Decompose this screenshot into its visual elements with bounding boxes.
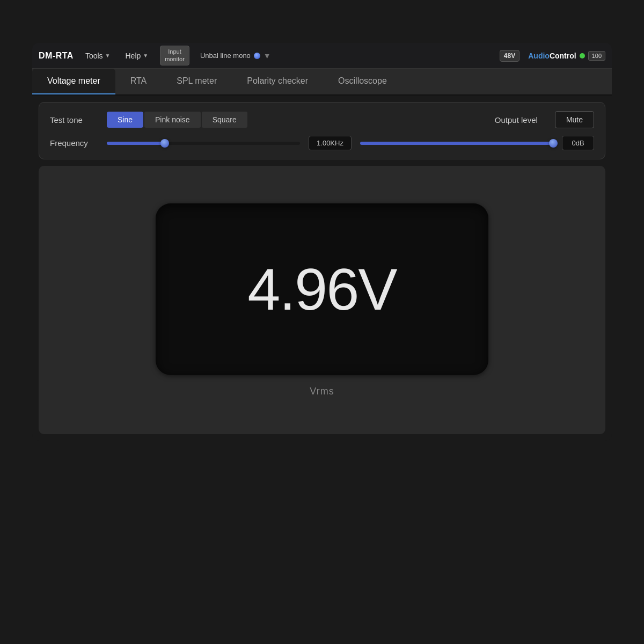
input-dot-icon [254,53,260,59]
help-label: Help [126,52,141,60]
level-slider-container [360,142,553,145]
tab-spl-meter[interactable]: SPL meter [162,69,232,94]
frequency-row: Frequency 1.00KHz 0dB [50,136,594,150]
frequency-value-display: 1.00KHz [309,136,352,150]
frequency-slider-track[interactable] [107,142,300,145]
tools-menu[interactable]: Tools ▼ [82,49,114,62]
tab-voltage-meter[interactable]: Voltage meter [32,69,115,94]
level-badge: 100 [588,51,605,61]
menu-bar: DM-RTA Tools ▼ Help ▼ Inputmonitor Unbal… [32,43,612,69]
app-container: DM-RTA Tools ▼ Help ▼ Inputmonitor Unbal… [32,43,612,441]
tab-polarity-checker[interactable]: Polarity checker [232,69,323,94]
frequency-label: Frequency [50,138,98,148]
test-tone-row: Test tone Sine Pink noise Square Output … [50,111,594,128]
help-menu[interactable]: Help ▼ [122,49,152,62]
input-select-area: Unbal line mono ▼ [200,52,271,60]
output-level-label: Output level [495,115,538,125]
voltage-reading: 4.96V [247,255,396,323]
tone-pink-noise-button[interactable]: Pink noise [144,112,201,128]
main-display: 4.96V Vrms [39,166,605,434]
frequency-slider-container [107,142,300,145]
voltage-unit-label: Vrms [310,386,334,397]
test-tone-label: Test tone [50,115,98,125]
app-logo: DM-RTA [39,51,74,61]
mute-button[interactable]: Mute [555,111,594,128]
brand-control: Control [550,52,576,60]
frequency-slider-fill [107,142,165,145]
tone-square-button[interactable]: Square [202,112,247,128]
tone-sine-button[interactable]: Sine [107,112,143,128]
db-value-display: 0dB [562,136,594,150]
brand-audio: Audio [528,52,550,60]
brand-area: AudioControl 100 [528,51,605,61]
level-slider-fill [360,142,553,145]
tools-label: Tools [85,52,103,60]
input-select-label: Unbal line mono [200,52,251,60]
tools-chevron-icon: ▼ [105,53,111,58]
tab-rta[interactable]: RTA [115,69,162,94]
signal-indicator-icon [580,53,585,58]
level-slider-track[interactable] [360,142,553,145]
help-chevron-icon: ▼ [143,53,148,58]
tone-buttons-group: Sine Pink noise Square [107,112,247,128]
phantom-power-badge[interactable]: 48V [500,50,519,62]
tab-oscilloscope[interactable]: Oscilloscope [323,69,402,94]
controls-panel: Test tone Sine Pink noise Square Output … [39,102,605,159]
input-dropdown-icon[interactable]: ▼ [264,52,271,60]
tab-bar: Voltage meter RTA SPL meter Polarity che… [32,69,612,96]
level-slider-thumb[interactable] [549,139,558,148]
frequency-slider-thumb[interactable] [160,139,169,148]
input-monitor-label: Inputmonitor [165,48,185,62]
input-monitor-button[interactable]: Inputmonitor [160,46,189,65]
voltage-screen: 4.96V [156,203,488,375]
brand-name: AudioControl [528,52,576,60]
